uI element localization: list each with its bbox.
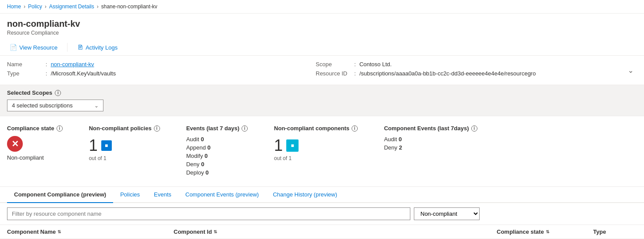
non-compliant-policies-label: Non-compliant policies xyxy=(89,125,152,132)
info-resourceid-row: Resource ID : /subscriptions/aaaa0a0a-bb… xyxy=(316,70,624,77)
info-sep-resourceid: : xyxy=(354,70,356,77)
component-event-audit-value: 0 xyxy=(398,136,402,143)
compliance-filter-select[interactable]: Non-compliant xyxy=(414,207,480,220)
info-name-label: Name xyxy=(7,61,42,68)
breadcrumb-current: shane-non-compliant-kv xyxy=(101,4,157,10)
event-append-value: 0 xyxy=(207,144,210,151)
component-events-metric: Component Events (last 7days) i Audit 0 … xyxy=(384,125,477,178)
tab-policies[interactable]: Policies xyxy=(113,187,147,203)
non-compliant-policies-metric: Non-compliant policies i 1 ■ out of 1 xyxy=(89,125,160,178)
chevron-down-icon: ⌄ xyxy=(94,103,99,109)
col-header-compliance: Compliance state ⇅ xyxy=(497,228,593,235)
col-name-label: Component Name xyxy=(7,228,56,235)
filter-input[interactable] xyxy=(7,207,410,220)
scope-info-icon: i xyxy=(55,90,61,96)
info-scope-label: Scope xyxy=(316,61,351,68)
info-scope-value: Contoso Ltd. xyxy=(359,61,392,68)
tab-component-compliance[interactable]: Component Compliance (preview) xyxy=(7,187,113,203)
activity-logs-button[interactable]: 🖹 Activity Logs xyxy=(75,42,120,53)
policies-value: 1 xyxy=(89,138,98,153)
page-subtitle: Resource Compliance xyxy=(7,30,637,36)
info-sep-type: : xyxy=(46,70,47,77)
col-type-label: Type xyxy=(593,228,606,235)
col-header-type: Type xyxy=(593,228,637,235)
tabs-section: Component Compliance (preview) Policies … xyxy=(0,187,644,203)
col-header-id: Component Id ⇅ xyxy=(174,228,497,235)
event-deny-value: 0 xyxy=(201,161,204,168)
breadcrumb-home[interactable]: Home xyxy=(7,4,21,10)
collapse-button[interactable]: ⌄ xyxy=(624,61,637,79)
tab-events[interactable]: Events xyxy=(147,187,178,203)
component-event-deny-value: 2 xyxy=(399,144,402,151)
info-type-label: Type xyxy=(7,70,42,77)
events-list: Audit 0 Append 0 Modify 0 Deny 0 Deploy … xyxy=(186,136,248,178)
col-id-label: Component Id xyxy=(174,228,212,235)
sort-name-icon[interactable]: ⇅ xyxy=(57,229,61,234)
component-events-title: Component Events (last 7days) i xyxy=(384,125,477,132)
info-type-row: Type : /Microsoft.KeyVault/vaults xyxy=(7,70,316,77)
events-title: Events (last 7 days) i xyxy=(186,125,248,132)
breadcrumb: Home › Policy › Assignment Details › sha… xyxy=(0,0,644,14)
info-scope-row: Scope : Contoso Ltd. xyxy=(316,61,624,68)
non-compliant-components-title: Non-compliant components i xyxy=(274,125,358,132)
tab-component-events[interactable]: Component Events (preview) xyxy=(178,187,266,203)
scope-title: Selected Scopes i xyxy=(7,89,637,96)
event-modify-value: 0 xyxy=(205,153,208,159)
components-value-row: 1 ■ xyxy=(274,138,358,153)
tab-change-history[interactable]: Change History (preview) xyxy=(266,187,344,203)
component-event-audit: Audit 0 xyxy=(384,136,477,143)
breadcrumb-sep-3: › xyxy=(97,4,99,10)
event-modify: Modify 0 xyxy=(186,153,248,159)
components-info-icon: i xyxy=(352,125,358,132)
filter-section: Non-compliant xyxy=(0,203,644,225)
view-resource-button[interactable]: 📄 View Resource xyxy=(7,42,60,53)
components-value: 1 xyxy=(274,138,283,153)
col-header-name: Component Name ⇅ xyxy=(7,228,174,235)
component-events-label: Component Events (last 7days) xyxy=(384,125,469,132)
info-resourceid-value: /subscriptions/aaaa0a0a-bb1b-cc2c-dd3d-e… xyxy=(359,70,536,77)
info-resourceid-label: Resource ID xyxy=(316,70,351,77)
component-event-deny: Deny 2 xyxy=(384,144,477,151)
scope-dropdown-value: 4 selected subscriptions xyxy=(12,102,73,109)
policies-value-row: 1 ■ xyxy=(89,138,160,153)
non-compliant-policies-title: Non-compliant policies i xyxy=(89,125,160,132)
activity-logs-label: Activity Logs xyxy=(85,44,117,51)
toolbar: 📄 View Resource 🖹 Activity Logs xyxy=(0,39,644,56)
info-left: Name : non-compliant-kv Type : /Microsof… xyxy=(7,61,316,79)
table-header: Component Name ⇅ Component Id ⇅ Complian… xyxy=(0,225,644,239)
policies-info-icon: i xyxy=(154,125,160,132)
info-type-value: /Microsoft.KeyVault/vaults xyxy=(51,70,116,77)
sort-compliance-icon[interactable]: ⇅ xyxy=(546,229,549,234)
policies-sub: out of 1 xyxy=(89,155,160,161)
components-sub: out of 1 xyxy=(274,155,358,161)
breadcrumb-assignment[interactable]: Assignment Details xyxy=(49,4,94,10)
view-resource-label: View Resource xyxy=(19,44,57,51)
sort-id-icon[interactable]: ⇅ xyxy=(213,229,217,234)
activity-logs-icon: 🖹 xyxy=(77,44,83,51)
info-name-row: Name : non-compliant-kv xyxy=(7,61,316,68)
info-right: Scope : Contoso Ltd. Resource ID : /subs… xyxy=(316,61,624,79)
events-label: Events (last 7 days) xyxy=(186,125,239,132)
info-sep-name: : xyxy=(46,61,47,68)
component-events-info-icon: i xyxy=(471,125,477,132)
component-events-list: Audit 0 Deny 2 xyxy=(384,136,477,153)
info-sep-scope: : xyxy=(354,61,356,68)
col-compliance-label: Compliance state xyxy=(497,228,544,235)
info-name-value: non-compliant-kv xyxy=(51,61,94,68)
metrics-section: Compliance state i ✕ Non-compliant Non-c… xyxy=(0,116,644,187)
policy-icon: ■ xyxy=(101,140,112,151)
event-audit-value: 0 xyxy=(201,136,204,143)
compliance-info-icon: i xyxy=(57,125,63,132)
scope-dropdown[interactable]: 4 selected subscriptions ⌄ xyxy=(7,100,103,111)
component-icon: ■ xyxy=(286,139,299,152)
events-info-icon: i xyxy=(242,125,248,132)
toolbar-separator xyxy=(67,43,68,52)
event-audit: Audit 0 xyxy=(186,136,248,143)
resource-icon: 📄 xyxy=(10,44,17,51)
info-section: Name : non-compliant-kv Type : /Microsof… xyxy=(0,56,644,85)
compliance-state-title: Compliance state i xyxy=(7,125,63,132)
event-deploy-value: 0 xyxy=(206,169,209,176)
breadcrumb-sep-1: › xyxy=(24,4,25,10)
non-compliant-components-metric: Non-compliant components i 1 ■ out of 1 xyxy=(274,125,358,178)
breadcrumb-policy[interactable]: Policy xyxy=(28,4,42,10)
